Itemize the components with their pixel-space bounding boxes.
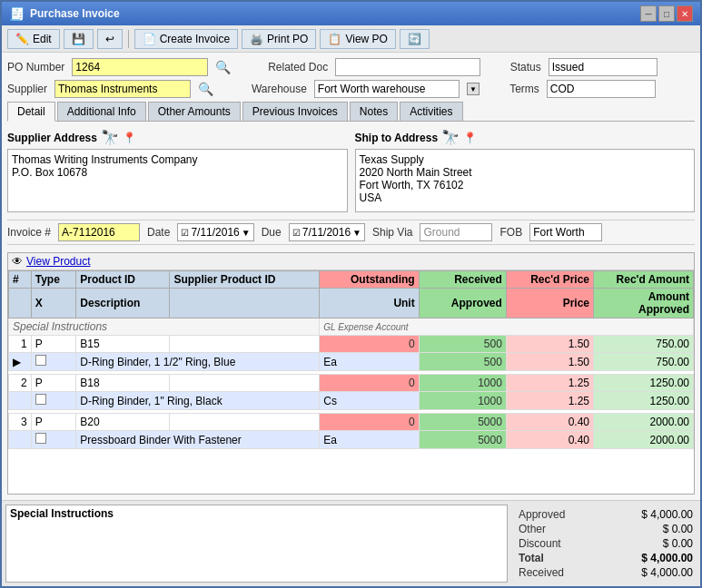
col-supplier-product-id: Supplier Product ID xyxy=(170,271,320,289)
tab-bar: Detail Additional Info Other Amounts Pre… xyxy=(7,102,695,122)
product-id: B18 xyxy=(76,375,170,392)
tab-activities[interactable]: Activities xyxy=(400,102,462,121)
date-label: Date xyxy=(147,226,170,239)
supplier-address-content: Thomas Writing Instruments Company P.O. … xyxy=(7,149,348,212)
refresh-button[interactable]: 🔄 xyxy=(400,29,430,49)
outstanding-val: 0 xyxy=(320,336,419,353)
supplier-product-id xyxy=(170,336,320,353)
recd-price-val: 1.25 xyxy=(506,375,593,392)
due-dropdown[interactable]: ▼ xyxy=(352,228,361,238)
recd-amount-val: 1250.00 xyxy=(594,375,694,392)
warehouse-dropdown[interactable]: ▼ xyxy=(467,83,480,95)
print-icon: 🖨️ xyxy=(250,33,263,45)
price-val: 1.50 xyxy=(506,353,593,371)
product-header: 👁 View Product xyxy=(8,253,694,270)
table-row: D-Ring Binder, 1" Ring, Black Cs 1000 1.… xyxy=(9,392,694,410)
unit-cell: Cs xyxy=(320,392,419,410)
received-row: Received $ 4,000.00 xyxy=(519,566,693,579)
save-icon: 💾 xyxy=(72,33,85,45)
view-product-icon: 👁 xyxy=(12,255,23,268)
amount-approved-val: 2000.00 xyxy=(594,431,694,449)
col-price: Price xyxy=(506,289,593,318)
supplier-address-binoculars[interactable]: 🔭 xyxy=(101,129,119,146)
tab-additional-info[interactable]: Additional Info xyxy=(57,102,146,121)
check-cell[interactable] xyxy=(31,431,76,449)
date-checkbox: ☑ xyxy=(181,228,189,238)
terms-input[interactable] xyxy=(547,80,656,98)
address-section: Supplier Address 🔭 📍 Thomas Writing Inst… xyxy=(7,129,695,212)
ship-via-label: Ship Via xyxy=(372,226,412,239)
separator xyxy=(128,30,129,48)
product-num: 1 xyxy=(9,336,32,353)
warehouse-input[interactable] xyxy=(314,80,460,98)
table-row: 2 P B18 0 1000 1.25 1250.00 xyxy=(9,375,694,392)
approved-label: Approved xyxy=(519,508,565,521)
maximize-button[interactable]: □ xyxy=(658,5,675,22)
received-total-label: Received xyxy=(519,566,564,579)
supplier-input[interactable] xyxy=(54,80,191,98)
supplier-search-icon[interactable]: 🔍 xyxy=(198,82,213,96)
supplier-label: Supplier xyxy=(7,83,47,95)
close-button[interactable]: ✕ xyxy=(677,5,693,22)
bottom-panel: Special Instructions Approved $ 4,000.00… xyxy=(2,500,700,586)
date-dropdown[interactable]: ▼ xyxy=(242,228,251,238)
arrow-cell xyxy=(9,431,32,449)
save-button[interactable]: 💾 xyxy=(64,29,94,49)
status-input[interactable] xyxy=(549,58,658,76)
ship-to-pin[interactable]: 📍 xyxy=(463,132,477,144)
total-row: Total $ 4,000.00 xyxy=(519,552,693,564)
product-desc: D-Ring Binder, 1" Ring, Black xyxy=(76,392,320,410)
supplier-address-pin[interactable]: 📍 xyxy=(123,132,136,144)
undo-icon: ↩ xyxy=(105,33,114,45)
check-cell[interactable] xyxy=(31,392,76,410)
related-doc-input[interactable] xyxy=(335,58,480,76)
related-doc-label: Related Doc xyxy=(268,61,328,74)
po-number-input[interactable] xyxy=(72,58,208,76)
amount-approved-val: 750.00 xyxy=(594,353,694,371)
col-desc: Description xyxy=(76,289,170,318)
total-label: Total xyxy=(519,552,544,564)
fob-input[interactable] xyxy=(529,223,602,241)
po-search-icon[interactable]: 🔍 xyxy=(215,60,231,74)
approved-row: Approved $ 4,000.00 xyxy=(519,508,693,521)
tab-detail[interactable]: Detail xyxy=(7,102,55,122)
window-icon: 🧾 xyxy=(9,6,25,21)
minimize-button[interactable]: ─ xyxy=(640,5,657,22)
special-instructions-textarea[interactable] xyxy=(6,522,507,576)
product-num: 2 xyxy=(9,375,32,392)
total-value: $ 4,000.00 xyxy=(629,552,693,564)
other-label: Other xyxy=(519,523,546,535)
print-po-button[interactable]: 🖨️ Print PO xyxy=(242,29,316,49)
due-label: Due xyxy=(262,226,282,239)
undo-button[interactable]: ↩ xyxy=(97,29,123,49)
invoice-number-input[interactable] xyxy=(58,223,140,241)
date-field[interactable]: ☑ 7/11/2016 ▼ xyxy=(177,223,253,241)
ship-to-binoculars[interactable]: 🔭 xyxy=(441,129,460,146)
other-value: $ 0.00 xyxy=(629,523,693,535)
view-po-button[interactable]: 📋 View PO xyxy=(320,29,395,49)
col-num: # xyxy=(9,271,32,289)
product-desc: Pressboard Binder With Fastener xyxy=(76,431,320,449)
tab-notes[interactable]: Notes xyxy=(350,102,398,121)
product-id: B20 xyxy=(76,414,170,431)
col-recd-price: Rec'd Price xyxy=(506,271,593,289)
supplier-product-id xyxy=(170,414,320,431)
view-product-link[interactable]: View Product xyxy=(26,255,90,268)
supplier-address-label: Supplier Address 🔭 📍 xyxy=(7,129,348,146)
due-field[interactable]: ☑ 7/11/2016 ▼ xyxy=(289,223,365,241)
tab-other-amounts[interactable]: Other Amounts xyxy=(148,102,241,121)
check-cell[interactable] xyxy=(31,353,76,371)
ship-to-address-content: Texas Supply 2020 North Main Street Fort… xyxy=(355,149,696,212)
create-invoice-button[interactable]: 📄 Create Invoice xyxy=(134,29,238,49)
product-type: P xyxy=(31,336,76,353)
fob-label: FOB xyxy=(499,226,522,239)
tab-previous-invoices[interactable]: Previous Invoices xyxy=(242,102,348,121)
ship-via-input[interactable] xyxy=(420,223,492,241)
ship-to-address-box: Ship to Address 🔭 📍 Texas Supply 2020 No… xyxy=(355,129,696,212)
main-content: PO Number 🔍 Related Doc Status Supplier … xyxy=(2,53,700,500)
toolbar: ✏️ Edit 💾 ↩ 📄 Create Invoice 🖨️ Print PO… xyxy=(2,25,700,53)
approved-val: 500 xyxy=(419,353,506,371)
edit-button[interactable]: ✏️ Edit xyxy=(7,29,60,49)
recd-price-val: 1.50 xyxy=(506,336,593,353)
product-section: 👁 View Product # Type Product ID Supplie… xyxy=(7,252,695,495)
